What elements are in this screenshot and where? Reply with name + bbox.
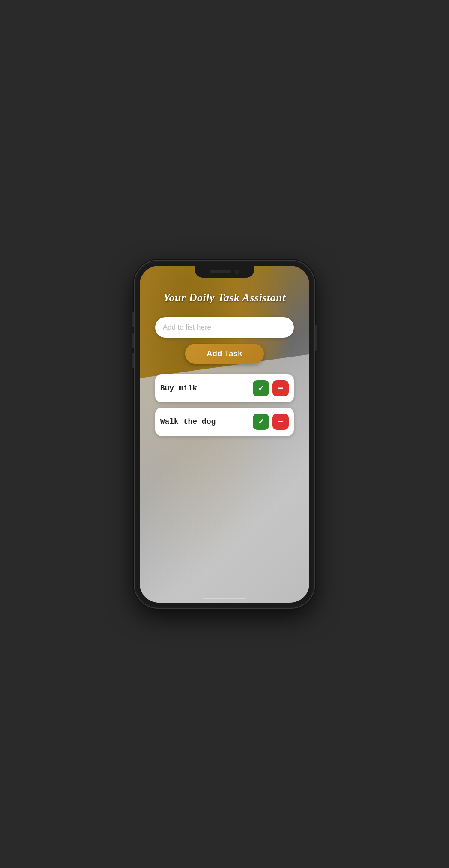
check-icon xyxy=(258,383,264,393)
minus-icon xyxy=(278,416,284,427)
delete-task-button[interactable] xyxy=(272,414,289,430)
app-content: Your Daily Task Assistant Add Task Buy m… xyxy=(140,266,309,603)
notch-camera xyxy=(235,270,239,274)
check-icon xyxy=(258,417,264,426)
phone-screen-inner: Your Daily Task Assistant Add Task Buy m… xyxy=(140,266,309,603)
task-actions xyxy=(253,380,289,396)
complete-task-button[interactable] xyxy=(253,380,269,396)
app-title: Your Daily Task Assistant xyxy=(155,291,294,304)
phone-device: Your Daily Task Assistant Add Task Buy m… xyxy=(135,261,314,608)
task-label: Walk the dog xyxy=(160,417,253,426)
task-label: Buy milk xyxy=(160,384,253,393)
delete-task-button[interactable] xyxy=(272,380,289,396)
complete-task-button[interactable] xyxy=(253,414,269,430)
task-item: Walk the dog xyxy=(155,408,294,436)
add-task-button[interactable]: Add Task xyxy=(185,344,264,364)
minus-icon xyxy=(278,383,284,394)
task-input[interactable] xyxy=(155,317,294,338)
task-list: Buy milk Walk the dog xyxy=(155,374,294,436)
app-screen: Your Daily Task Assistant Add Task Buy m… xyxy=(140,266,309,603)
task-actions xyxy=(253,414,289,430)
notch-speaker xyxy=(210,270,231,273)
task-item: Buy milk xyxy=(155,374,294,402)
task-input-container xyxy=(155,317,294,338)
phone-notch xyxy=(195,266,254,278)
